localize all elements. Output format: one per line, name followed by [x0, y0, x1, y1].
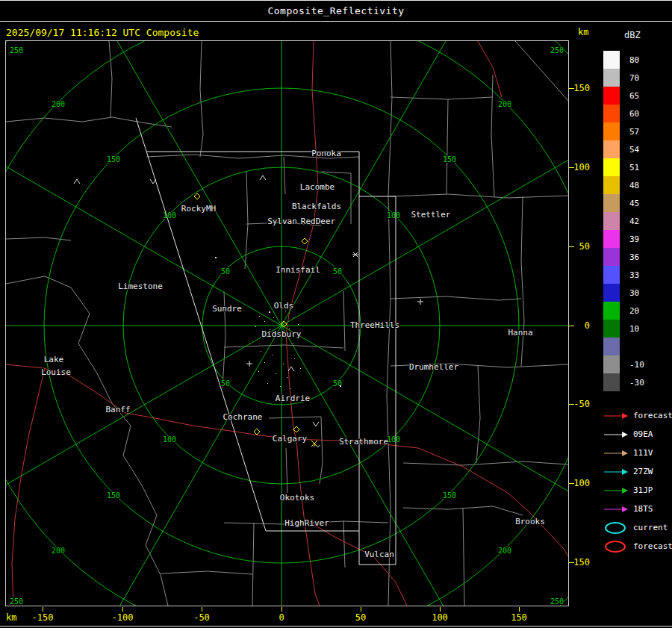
- x-axis-unit-label: km: [6, 612, 16, 623]
- colorbar-label: 39: [629, 234, 653, 244]
- colorbar-row: 80: [603, 51, 653, 69]
- boundary: [343, 291, 345, 351]
- colorbar-label: 10: [629, 324, 653, 334]
- boundary: [391, 296, 521, 300]
- boundary: [284, 157, 285, 194]
- city-label-blackfalds: Blackfalds: [292, 202, 341, 211]
- colorbar-row: 60: [603, 105, 653, 122]
- range-ring-label: 100: [163, 211, 176, 220]
- boundary: [491, 75, 494, 196]
- legend-item: current: [603, 518, 672, 537]
- legend-label: 111V: [633, 448, 653, 458]
- colorbar-label: 57: [629, 127, 653, 137]
- city-label-threehills: ThreeHills: [350, 320, 399, 330]
- radar-map-svg: 50 100 150 200 250 50 100 150 200 250 50…: [6, 41, 568, 606]
- x-axis-tick: [281, 607, 282, 612]
- x-axis-tick: [122, 607, 123, 612]
- asterisk-symbol: [352, 252, 358, 257]
- highway: [12, 368, 45, 606]
- storm-id-arrow-icon: [603, 430, 629, 439]
- range-ring-label: 150: [107, 155, 120, 164]
- y-axis-tick-label: 100: [557, 162, 590, 172]
- x-axis-tick-label: -100: [106, 612, 139, 623]
- radar-map-canvas[interactable]: 50 100 150 200 250 50 100 150 200 250 50…: [5, 40, 569, 606]
- city-label-highriver: HighRiver: [284, 518, 329, 528]
- x-axis-tick: [519, 607, 520, 612]
- colorbar-swatch: [603, 284, 620, 302]
- colorbar-swatch: [603, 373, 620, 391]
- storm-track-legend: forecast 09EA 111V 27ZW 31JP 18TS curren…: [603, 406, 672, 556]
- boundary: [224, 345, 343, 348]
- plus-symbol: [246, 361, 252, 367]
- range-ring-label: 50: [333, 267, 342, 276]
- site-diamond-marker: [194, 193, 200, 199]
- forecast-arrow-icon: [603, 411, 629, 420]
- legend-label: 27ZW: [633, 467, 653, 476]
- site-diamond-marker: [254, 429, 260, 435]
- timestamp: 2025/09/17 11:16:12 UTC Composite: [6, 27, 199, 38]
- y-axis-tick-label: 50: [557, 241, 590, 252]
- colorbar-swatch: [603, 140, 620, 158]
- bottom-rule: [0, 626, 672, 627]
- boundary: [343, 521, 345, 568]
- colorbar-swatch: [603, 122, 620, 140]
- site-markers: [194, 193, 317, 447]
- forecast-ellipse-icon: [603, 538, 629, 555]
- colorbar-row: 65: [603, 87, 653, 105]
- caret-up-symbol: [288, 367, 294, 371]
- legend-item: 18TS: [603, 500, 672, 518]
- colorbar-label: 65: [629, 91, 653, 101]
- colorbar-label: 70: [629, 73, 653, 83]
- range-ring-label: 250: [550, 597, 564, 606]
- range-ring-label: 150: [107, 491, 120, 500]
- caret-up-symbol: [74, 179, 80, 184]
- colorbar-swatch: [603, 105, 620, 122]
- colorbar-row: 57: [603, 122, 653, 140]
- storm-id-arrow-icon: [603, 449, 629, 458]
- legend-label: 31JP: [633, 485, 653, 495]
- city-label-sundre: Sundre: [212, 304, 242, 314]
- x-axis-tick-label: 0: [265, 612, 298, 623]
- caret-down-symbol: [150, 179, 156, 184]
- city-label-cochrane: Cochrane: [223, 412, 263, 422]
- colorbar-label: 36: [629, 252, 653, 262]
- city-label-hanna: Hanna: [508, 328, 532, 338]
- range-ring-label: 100: [387, 435, 400, 444]
- colorbar-swatch: [603, 266, 620, 284]
- city-label-strathmore: Strathmore: [339, 437, 388, 447]
- colorbar-swatch: [603, 355, 620, 373]
- x-axis-tick-label: -50: [185, 612, 218, 623]
- city-label-calgary: Calgary: [273, 434, 308, 444]
- range-ring-label: 50: [221, 379, 230, 388]
- dbz-colorbar: 80 70 65 60 57 54 51 48 45 42 39 36 33 3…: [603, 51, 653, 391]
- range-ring-label: 200: [498, 547, 511, 555]
- colorbar-label: 48: [629, 181, 653, 190]
- legend-label: forecast: [633, 541, 672, 551]
- colorbar-label: 42: [629, 217, 653, 226]
- city-label-reddeer: RedDeer: [301, 217, 336, 226]
- boundary: [403, 461, 568, 465]
- colorbar-row: [603, 338, 653, 355]
- y-axis-tick-label: -100: [557, 478, 590, 488]
- boundary: [200, 41, 203, 157]
- city-label-drumheller: Drumheller: [409, 362, 459, 372]
- colorbar-row: 30: [603, 284, 653, 302]
- legend-label: 09EA: [633, 429, 653, 439]
- x-axis-tick: [361, 607, 361, 612]
- boundary: [391, 97, 493, 99]
- caret-down-symbol: [313, 422, 319, 426]
- x-axis-tick-label: 50: [344, 612, 377, 623]
- current-ellipse-icon: [603, 520, 629, 536]
- legend-item: 09EA: [603, 425, 672, 444]
- y-axis-unit-label: km: [578, 27, 588, 37]
- boundary: [447, 99, 448, 194]
- colorbar-swatch: [603, 212, 620, 230]
- boundary: [521, 196, 524, 366]
- colorbar-label: -10: [629, 360, 653, 370]
- city-label-banff: Banff: [105, 405, 130, 414]
- colorbar-swatch: [603, 87, 620, 105]
- x-axis-tick: [440, 607, 441, 612]
- boundary: [463, 508, 464, 606]
- x-axis-tick: [43, 607, 43, 612]
- legend-label: current: [633, 523, 668, 532]
